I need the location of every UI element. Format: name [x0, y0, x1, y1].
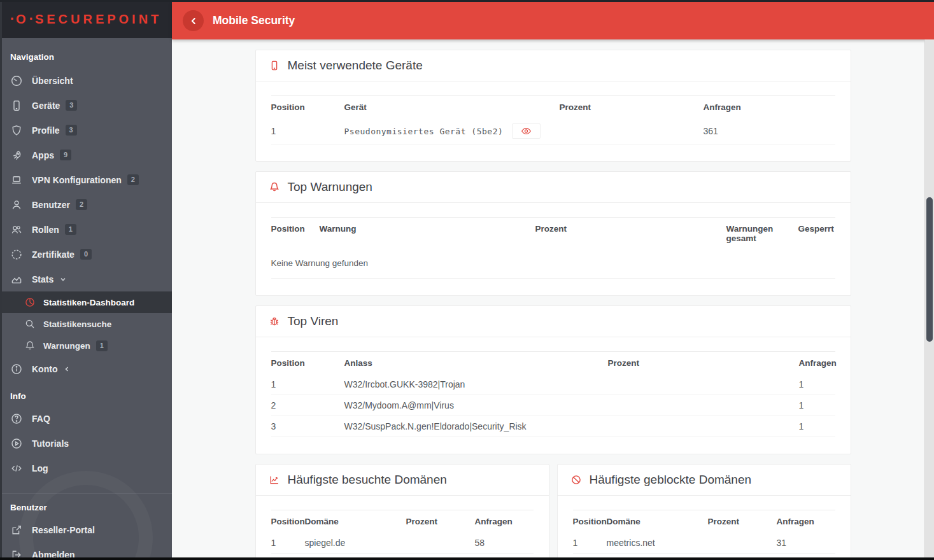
virus-name: W32/Mydoom.A@mm|Virus: [344, 395, 608, 416]
virus-name: W32/Ircbot.GUKK-3982|Trojan: [344, 374, 608, 395]
card-header: Häufigste besuchte Domänen: [256, 465, 549, 496]
empty-state-text: Keine Warnung gefunden: [271, 249, 835, 279]
card-most-blocked-domains: Häufigste geblockte Domänen Position Dom…: [557, 464, 851, 560]
column-header: Position: [271, 352, 344, 375]
search-icon: [24, 318, 36, 330]
chevron-left-icon: [63, 365, 71, 373]
sidebar-item-vpn-konfigurationen[interactable]: VPN Konfigurationen 2: [0, 167, 172, 192]
sidebar-item-zertifikate[interactable]: Zertifikate 0: [0, 242, 172, 267]
sidebar-item-stats[interactable]: Stats: [0, 267, 172, 291]
warnings-table: Position Warnung Prozent Warnungen gesam…: [271, 217, 835, 249]
viruses-table: Position Anlass Prozent Anfragen 1 W32/I…: [271, 351, 835, 437]
sidebar-item-label: Stats: [32, 274, 53, 284]
sidebar-subitem-statistiken-dashboard[interactable]: Statistiken-Dashboard: [0, 291, 172, 313]
code-icon: [10, 462, 23, 475]
logo-o: O: [16, 12, 29, 26]
securepoint-logo: ·O·SECUREPOINT: [10, 11, 162, 27]
table-row: 3 W32/SuspPack.N.gen!Eldorado|Security_R…: [271, 416, 835, 437]
card-title: Top Warnungen: [288, 180, 372, 194]
column-header: Warnungen gesamt: [726, 218, 798, 250]
card-title: Top Viren: [288, 314, 339, 328]
sidebar-subitem-statistikensuche[interactable]: Statistikensuche: [0, 313, 172, 335]
sidebar-item-tutorials[interactable]: Tutorials: [0, 431, 172, 456]
sidebar-item-label: Übersicht: [32, 76, 73, 86]
info-circle-icon: [10, 363, 23, 375]
question-circle-icon: [10, 412, 23, 425]
blocked-domains-table: Position Domäne Prozent Anfragen 1 meetr…: [573, 510, 835, 560]
sidebar-item-benutzer[interactable]: Benutzer 2: [0, 192, 172, 217]
sidebar-item-log[interactable]: Log: [0, 456, 172, 480]
scrollbar-thumb[interactable]: [926, 197, 933, 342]
sidebar-section-benutzer: Benutzer: [0, 494, 172, 517]
sidebar-item-label: Tutorials: [32, 438, 69, 449]
sidebar-item-rollen[interactable]: Rollen 1: [0, 217, 172, 242]
card-most-used-devices: Meist verwendete Geräte Position Gerät P…: [255, 50, 851, 162]
chevron-left-icon: [188, 16, 199, 26]
sidebar-subitem-warnungen[interactable]: Warnungen 1: [0, 335, 172, 356]
count-badge: 2: [76, 199, 87, 210]
sidebar: ·O·SECUREPOINT Navigation Übersicht Gerä…: [0, 0, 172, 560]
vertical-scrollbar[interactable]: [924, 39, 934, 557]
sidebar-item-uebersicht[interactable]: Übersicht: [0, 68, 172, 93]
column-header: Warnung: [320, 218, 535, 250]
domain-cell: meetrics.net: [607, 533, 708, 554]
table-row: 1 spiegel.de 58: [271, 533, 534, 554]
smartphone-icon: [269, 60, 281, 72]
column-header: Prozent: [608, 352, 799, 375]
requests-cell: 1: [799, 395, 835, 416]
position-cell: 3: [271, 416, 344, 437]
sidebar-item-apps[interactable]: Apps 9: [0, 143, 172, 167]
column-header: Gerät: [344, 96, 560, 119]
card-title: Häufigste geblockte Domänen: [590, 473, 752, 487]
sidebar-item-label: Zertifikate: [32, 249, 74, 260]
column-header: Prozent: [708, 510, 777, 533]
count-badge: 1: [65, 224, 76, 235]
column-header: Position: [271, 96, 344, 119]
sidebar-item-konto[interactable]: Konto: [0, 356, 172, 381]
sidebar-item-label: Statistikensuche: [43, 319, 111, 329]
card-header: Meist verwendete Geräte: [256, 50, 851, 81]
sidebar-item-profile[interactable]: Profile 3: [0, 118, 172, 143]
column-header: Position: [573, 510, 607, 533]
requests-cell: 1: [799, 374, 835, 395]
logo-text: SECUREPOINT: [35, 12, 162, 26]
play-circle-icon: [10, 437, 23, 450]
sidebar-item-label: Warnungen: [43, 341, 90, 351]
device-name: Pseudonymisiertes Gerät (5be2): [344, 127, 504, 136]
sidebar-item-label: Reseller-Portal: [32, 525, 95, 535]
sidebar-item-reseller-portal[interactable]: Reseller-Portal: [0, 517, 172, 542]
view-device-button[interactable]: [512, 123, 541, 139]
virus-name: W32/SuspPack.N.gen!Eldorado|Security_Ris…: [344, 416, 608, 437]
requests-cell: 1: [799, 416, 835, 437]
column-header: Anfragen: [704, 96, 835, 119]
column-header: Anfragen: [799, 352, 835, 375]
rocket-icon: [10, 149, 23, 162]
chart-icon: [10, 273, 23, 286]
sidebar-item-label: Log: [32, 463, 48, 473]
count-badge: 3: [66, 100, 77, 111]
column-header: Prozent: [406, 510, 475, 533]
table-row: 1 meetrics.net 31: [573, 533, 835, 554]
sidebar-item-label: Apps: [32, 150, 54, 160]
sidebar-item-geraete[interactable]: Geräte 3: [0, 93, 172, 118]
sidebar-item-faq[interactable]: FAQ: [0, 406, 172, 431]
table-row: 2 W32/Mydoom.A@mm|Virus 1: [271, 395, 835, 416]
user-icon: [10, 199, 23, 211]
sidebar-item-label: FAQ: [32, 414, 50, 424]
column-header: Prozent: [535, 218, 726, 250]
column-header: Position: [271, 510, 305, 533]
requests-cell: 58: [475, 533, 534, 554]
visited-domains-table: Position Domäne Prozent Anfragen 1 spieg…: [271, 510, 534, 560]
position-cell: 2: [271, 395, 344, 416]
smartphone-icon: [10, 99, 23, 112]
logo-area[interactable]: ·O·SECUREPOINT: [0, 0, 172, 38]
window-frame-left: [0, 0, 2, 560]
column-header: Position: [271, 218, 320, 250]
external-link-icon: [10, 524, 23, 536]
count-badge: 9: [60, 150, 71, 160]
bug-icon: [269, 316, 281, 328]
card-most-visited-domains: Häufigste besuchte Domänen Position Domä…: [255, 464, 549, 560]
back-button[interactable]: [183, 10, 204, 31]
card-header: Top Viren: [256, 306, 851, 337]
requests-cell: 361: [704, 118, 835, 144]
